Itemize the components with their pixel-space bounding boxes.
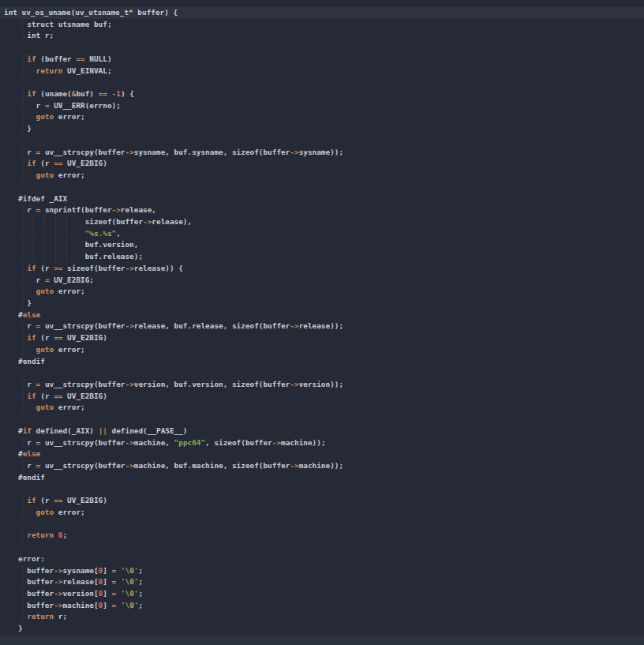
code-line[interactable]: if (r == UV_E2BIG) — [0, 158, 644, 170]
code-line[interactable] — [0, 519, 644, 531]
code-line[interactable]: if (buffer == NULL) — [0, 54, 644, 66]
code-token: ; — [62, 531, 67, 539]
code-token: || — [99, 426, 107, 435]
indent-guide — [55, 240, 56, 250]
indent-guide — [22, 298, 23, 309]
code-token: defined(__PASE__) — [107, 426, 188, 435]
code-token: sizeof(buffer — [18, 217, 143, 226]
code-line[interactable]: r = UV__ERR(errno); — [0, 100, 644, 112]
code-line[interactable]: r = uv__strscpy(buffer->machine, "ppc64"… — [0, 437, 644, 449]
code-line[interactable]: buffer->version[0] = '\0'; — [0, 588, 644, 600]
code-line[interactable]: buf.version, — [0, 239, 644, 251]
code-line[interactable]: #if defined(_AIX) || defined(__PASE__) — [0, 426, 644, 437]
code-token: error; — [54, 171, 85, 179]
indent-guide — [33, 217, 34, 227]
code-token: sysname)); — [299, 148, 343, 156]
code-line[interactable]: struct utsname buf; — [0, 19, 644, 31]
code-token: -> — [272, 438, 281, 447]
code-token: if — [27, 392, 36, 400]
code-line[interactable]: } — [0, 123, 644, 135]
code-editor[interactable]: int uv_os_uname(uv_utsname_t* buffer) { … — [0, 0, 644, 645]
code-line[interactable]: return 0; — [0, 530, 644, 542]
code-line[interactable]: if (r >= sizeof(buffer->release)) { — [0, 263, 644, 275]
code-line[interactable]: #else — [0, 309, 644, 321]
code-token: release), — [152, 217, 192, 226]
code-line[interactable] — [0, 483, 644, 495]
code-line[interactable]: goto error; — [0, 170, 644, 182]
code-line[interactable]: #endif — [0, 356, 644, 368]
code-token: ; — [138, 601, 143, 609]
code-line[interactable]: int r; — [0, 30, 644, 42]
code-token: \0 — [125, 601, 134, 609]
editor-bottom-strip — [0, 636, 644, 645]
code-token: ; — [138, 577, 143, 586]
code-line[interactable]: r = uv__strscpy(buffer->release, buf.rel… — [0, 321, 644, 332]
code-token: version, buf.version, sizeof(buffer — [134, 380, 290, 388]
code-token: r — [18, 380, 36, 388]
code-line-highlighted[interactable]: int uv_os_uname(uv_utsname_t* buffer) { — [0, 7, 644, 19]
code-line[interactable]: r = uv__strscpy(buffer->sysname, buf.sys… — [0, 147, 644, 159]
code-token: ] — [103, 601, 111, 609]
code-line[interactable]: if (r == UV_E2BIG) — [0, 391, 644, 403]
code-token: -> — [125, 380, 133, 388]
code-line[interactable] — [0, 542, 644, 553]
indent-guide — [44, 252, 45, 262]
code-token: -> — [143, 217, 152, 226]
code-token: ) { — [121, 89, 134, 98]
code-line[interactable]: } — [0, 623, 644, 635]
code-line[interactable] — [0, 367, 644, 379]
code-token: \0 — [125, 577, 134, 586]
code-token: -> — [112, 205, 121, 214]
indent-guide — [22, 264, 23, 274]
code-line[interactable]: goto error; — [0, 344, 644, 356]
code-token: >= — [54, 264, 62, 272]
code-line[interactable]: return UV_EINVAL; — [0, 66, 644, 77]
code-token: buffer — [18, 566, 54, 575]
code-line[interactable]: error: — [0, 553, 644, 565]
code-line[interactable]: if (r == UV_E2BIG) — [0, 495, 644, 507]
code-line[interactable] — [0, 42, 644, 54]
code-line[interactable]: r = snprintf(buffer->release, — [0, 204, 644, 216]
code-line[interactable]: goto error; — [0, 286, 644, 298]
code-token: defined(_AIX) — [32, 426, 99, 435]
code-token: goto — [36, 403, 54, 411]
code-line[interactable]: if (r == UV_E2BIG) — [0, 332, 644, 344]
code-line[interactable]: goto error; — [0, 402, 644, 414]
code-line[interactable]: goto error; — [0, 507, 644, 519]
code-line[interactable]: goto error; — [0, 111, 644, 123]
code-line[interactable]: if (uname(&buf) == -1) { — [0, 88, 644, 100]
code-line[interactable]: buffer->machine[0] = '\0'; — [0, 600, 644, 612]
code-line[interactable] — [0, 414, 644, 426]
code-line[interactable] — [0, 77, 644, 88]
code-token: == — [99, 89, 107, 98]
code-line[interactable] — [0, 135, 644, 147]
indent-guide — [44, 217, 45, 227]
code-line[interactable]: r = uv__strscpy(buffer->version, buf.ver… — [0, 379, 644, 391]
code-line[interactable]: #endif — [0, 472, 644, 484]
code-line[interactable]: buf.release); — [0, 251, 644, 263]
code-token: if — [27, 496, 36, 504]
indent-guide — [22, 205, 23, 216]
code-line[interactable]: #else — [0, 448, 644, 460]
code-line[interactable]: r = uv__strscpy(buffer->machine, buf.mac… — [0, 460, 644, 472]
code-line[interactable]: "%s.%s", — [0, 228, 644, 240]
indent-guide — [22, 531, 23, 541]
code-token: (r — [36, 264, 54, 272]
code-line[interactable]: r = UV_E2BIG; — [0, 275, 644, 287]
code-token: version)); — [299, 380, 343, 388]
code-token: (r — [36, 159, 54, 167]
code-token: buffer — [18, 589, 54, 598]
code-token: %s — [103, 229, 111, 238]
code-line[interactable] — [0, 182, 644, 193]
code-line[interactable]: } — [0, 298, 644, 309]
indent-guide — [22, 403, 23, 413]
code-line[interactable]: #ifdef _AIX — [0, 193, 644, 205]
code-line[interactable]: buffer->sysname[0] = '\0'; — [0, 565, 644, 577]
code-token: buf.version, — [18, 240, 138, 249]
code-token: UV_E2BIG; — [50, 276, 94, 284]
code-token: release, buf.release, sizeof(buffer — [134, 321, 290, 330]
code-token: buffer — [18, 577, 54, 586]
code-line[interactable]: sizeof(buffer->release), — [0, 216, 644, 228]
code-line[interactable]: return r; — [0, 611, 644, 623]
code-line[interactable]: buffer->release[0] = '\0'; — [0, 576, 644, 588]
